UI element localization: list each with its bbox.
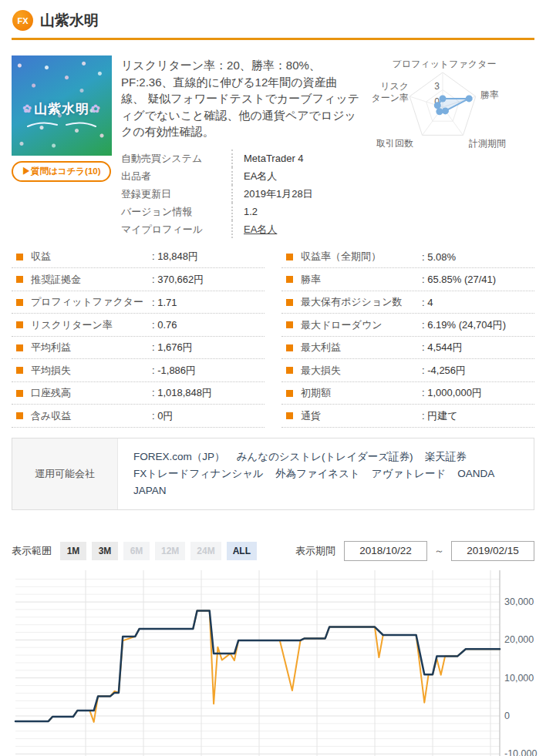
company-link[interactable]: FOREX.com（JP） bbox=[133, 451, 225, 462]
stat-label: 口座残高 bbox=[31, 386, 152, 400]
info-row-label: 自動売買システム bbox=[121, 150, 231, 167]
range-button-1M[interactable]: 1M bbox=[60, 542, 86, 560]
thumbnail-title: ✿ 山紫水明 ✿ bbox=[22, 100, 100, 118]
page-title: 山紫水明 bbox=[40, 11, 99, 31]
bullet-square-icon bbox=[286, 390, 293, 397]
period-label: 表示期間 bbox=[295, 544, 335, 558]
stat-value: : 1.71 bbox=[152, 297, 177, 308]
stat-value: : 6.19% (24,704円) bbox=[422, 318, 506, 332]
company-link[interactable]: 楽天証券 bbox=[425, 451, 467, 462]
question-button[interactable]: ▶質問はコチラ(10) bbox=[12, 161, 111, 182]
stat-label: 最大利益 bbox=[301, 341, 422, 354]
stats-section: 収益: 18,848円推奨証拠金: 370,662円プロフィットファクター: 1… bbox=[12, 246, 534, 428]
company-link[interactable]: アヴァトレード bbox=[372, 468, 446, 479]
stat-label: 最大損失 bbox=[301, 364, 422, 378]
bullet-square-icon bbox=[16, 390, 23, 397]
bullet-square-icon bbox=[286, 276, 293, 283]
stat-value: : 1,000,000円 bbox=[422, 386, 482, 400]
company-link[interactable]: FXトレードフィナンシャル bbox=[133, 468, 264, 479]
stat-label: 通貨 bbox=[301, 409, 422, 423]
stat-row: 収益: 18,848円 bbox=[12, 246, 265, 269]
page-header: FX 山紫水明 bbox=[0, 0, 546, 38]
fx-badge-icon: FX bbox=[12, 10, 33, 31]
stat-label: 含み収益 bbox=[31, 409, 152, 423]
stat-row: リスクリターン率: 0.76 bbox=[12, 314, 265, 337]
stats-col-right: 収益率（全期間）: 5.08%勝率: 65.85% (27/41)最大保有ポジシ… bbox=[281, 246, 534, 428]
info-row-value: MetaTrader 4 bbox=[231, 150, 304, 167]
stat-value: : 5.08% bbox=[422, 251, 456, 263]
thumbnail-title-text: 山紫水明 bbox=[34, 100, 89, 118]
date-from-input[interactable] bbox=[344, 541, 427, 561]
info-row-value: EA名人 bbox=[231, 167, 277, 185]
stat-label: 収益率（全期間） bbox=[301, 250, 422, 264]
stat-row: 最大保有ポジション数: 4 bbox=[281, 291, 534, 314]
svg-text:0: 0 bbox=[504, 711, 510, 721]
stat-value: : 370,662円 bbox=[152, 273, 204, 287]
stat-row: 口座残高: 1,018,848円 bbox=[12, 382, 265, 405]
swoosh-decoration-icon bbox=[25, 119, 99, 129]
info-table: 自動売買システムMetaTrader 4出品者EA名人登録更新日2019年1月2… bbox=[121, 150, 360, 238]
bullet-square-icon bbox=[16, 299, 23, 306]
companies-line: FOREX.com（JP）みんなのシストレ(トレイダーズ証券)楽天証券 bbox=[133, 449, 526, 465]
stat-value: : 18,848円 bbox=[152, 250, 198, 264]
range-buttons: 1M3M6M12M24MALL bbox=[60, 542, 262, 560]
stat-label: 平均利益 bbox=[31, 341, 152, 354]
bullet-square-icon bbox=[286, 412, 293, 419]
info-row: バージョン情報1.2 bbox=[121, 203, 360, 220]
stat-row: 収益率（全期間）: 5.08% bbox=[281, 246, 534, 269]
bullet-square-icon bbox=[16, 412, 23, 419]
svg-text:取引回数: 取引回数 bbox=[376, 138, 413, 149]
info-row: 自動売買システムMetaTrader 4 bbox=[121, 150, 360, 167]
bullet-square-icon bbox=[16, 344, 23, 351]
company-link[interactable]: みんなのシストレ(トレイダーズ証券) bbox=[237, 451, 413, 462]
bullet-square-icon bbox=[16, 254, 23, 260]
flower-icon: ✿ bbox=[22, 102, 32, 115]
svg-text:計測期間: 計測期間 bbox=[468, 138, 506, 149]
stat-label: リスクリターン率 bbox=[31, 318, 152, 332]
stat-row: 含み収益: 0円 bbox=[12, 405, 265, 428]
svg-text:プロフィットファクター: プロフィットファクター bbox=[393, 60, 497, 69]
bullet-square-icon bbox=[286, 299, 293, 306]
profile-link[interactable]: EA名人 bbox=[244, 223, 277, 235]
product-section: ✿ 山紫水明 ✿ ▶質問はコチラ(10) リスクリターン率：20、勝率：80%、… bbox=[0, 40, 546, 238]
svg-text:3: 3 bbox=[434, 81, 440, 92]
company-link[interactable]: 外為ファイネスト bbox=[275, 468, 360, 479]
range-button-3M[interactable]: 3M bbox=[92, 542, 118, 560]
info-row: マイプロフィールEA名人 bbox=[121, 220, 360, 238]
stat-value: : 円建て bbox=[422, 409, 458, 423]
range-button-ALL[interactable]: ALL bbox=[227, 542, 257, 560]
stat-row: 最大利益: 4,544円 bbox=[281, 337, 534, 360]
companies-box: 運用可能会社 FOREX.com（JP）みんなのシストレ(トレイダーズ証券)楽天… bbox=[12, 438, 534, 510]
companies-label: 運用可能会社 bbox=[12, 438, 118, 509]
stat-label: 最大保有ポジション数 bbox=[301, 295, 422, 309]
info-row-label: バージョン情報 bbox=[121, 203, 231, 220]
tilde-separator: ～ bbox=[434, 544, 444, 558]
stat-value: : -1,886円 bbox=[152, 364, 196, 378]
svg-text:-10,000: -10,000 bbox=[504, 748, 537, 756]
companies-list: FOREX.com（JP）みんなのシストレ(トレイダーズ証券)楽天証券FXトレー… bbox=[118, 438, 534, 509]
stat-value: : 1,676円 bbox=[152, 341, 193, 354]
stat-row: 最大損失: -4,256円 bbox=[281, 359, 534, 382]
stat-label: 平均損失 bbox=[31, 364, 152, 378]
stat-value: : 4,544円 bbox=[422, 341, 463, 354]
stats-col-left: 収益: 18,848円推奨証拠金: 370,662円プロフィットファクター: 1… bbox=[12, 246, 265, 428]
info-row: 出品者EA名人 bbox=[121, 167, 360, 185]
info-row: 登録更新日2019年1月28日 bbox=[121, 185, 360, 203]
date-to-input[interactable] bbox=[451, 541, 534, 561]
range-button-12M: 12M bbox=[155, 542, 185, 560]
stat-value: : -4,256円 bbox=[422, 364, 466, 378]
bullet-square-icon bbox=[16, 276, 23, 283]
stat-row: 平均損失: -1,886円 bbox=[12, 359, 265, 382]
bullet-square-icon bbox=[16, 367, 23, 374]
bullet-square-icon bbox=[286, 367, 293, 374]
stat-label: 勝率 bbox=[301, 273, 422, 287]
stat-row: 最大ドローダウン: 6.19% (24,704円) bbox=[281, 314, 534, 337]
product-thumbnail: ✿ 山紫水明 ✿ bbox=[12, 55, 112, 156]
stat-label: 収益 bbox=[31, 250, 152, 264]
stat-value: : 65.85% (27/41) bbox=[422, 274, 496, 285]
stat-value: : 0円 bbox=[152, 409, 173, 423]
equity-chart: 18/11/0518/11/1918/12/0318/12/1718/12/31… bbox=[0, 567, 546, 756]
product-description: リスクリターン率：20、勝率：80%、PF:2.36、直線的に伸びる12年間の資… bbox=[121, 57, 360, 140]
stat-row: 推奨証拠金: 370,662円 bbox=[12, 268, 265, 291]
svg-text:10,000: 10,000 bbox=[504, 673, 534, 684]
